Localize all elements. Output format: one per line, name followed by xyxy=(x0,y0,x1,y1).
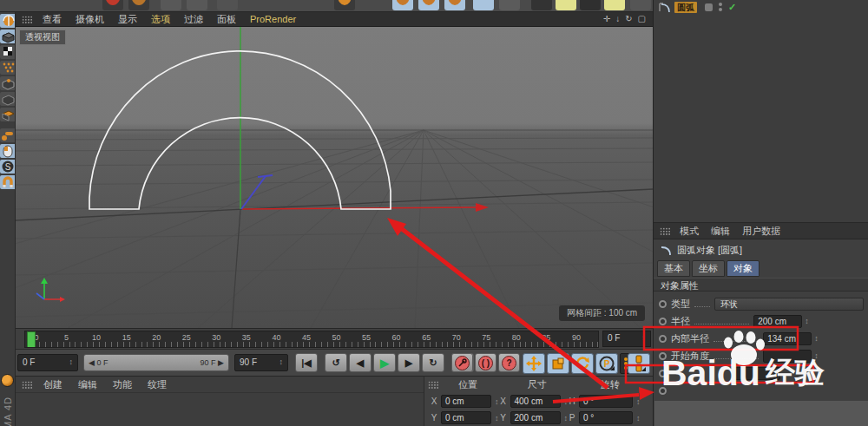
start-angle-input[interactable] xyxy=(763,350,812,363)
spinner-icon[interactable]: ↕ xyxy=(636,414,641,423)
start-frame-field[interactable]: 0 F↕ xyxy=(17,354,78,371)
model-mode-icon[interactable] xyxy=(0,29,15,43)
rotation-p-input[interactable]: 0 ° xyxy=(579,411,633,424)
scale-tool-button[interactable] xyxy=(547,353,569,374)
timeline-tick-label: 25 xyxy=(182,333,191,342)
toolbar-icon[interactable] xyxy=(630,0,651,10)
animation-radio-icon[interactable] xyxy=(659,370,667,377)
tab-basic[interactable]: 基本 xyxy=(657,260,690,277)
keyframe-selection-button[interactable]: ? xyxy=(498,353,520,372)
spinner-icon[interactable]: ↕ xyxy=(279,357,284,368)
menu-mode[interactable]: 模式 xyxy=(674,225,705,238)
playhead[interactable] xyxy=(27,331,36,348)
tab-object[interactable]: 对象 xyxy=(727,260,760,277)
menu-camera[interactable]: 摄像机 xyxy=(69,12,111,26)
animation-radio-icon[interactable] xyxy=(659,318,667,325)
joint-tool-icon[interactable] xyxy=(0,128,15,142)
snap-s-icon[interactable]: S xyxy=(0,160,15,174)
spinner-icon[interactable]: ↕ xyxy=(814,351,819,360)
menu-display[interactable]: 显示 xyxy=(111,12,144,26)
play-loop-button[interactable]: ↻ xyxy=(422,353,444,372)
menu-filter[interactable]: 过滤 xyxy=(177,12,210,26)
menu-options[interactable]: 选项 xyxy=(144,12,177,26)
axis-mode-icon[interactable] xyxy=(0,108,15,121)
object-name[interactable]: 圆弧 xyxy=(674,2,697,13)
position-y-input[interactable]: 0 cm xyxy=(441,411,491,424)
goto-start-button[interactable]: |◀ xyxy=(295,353,318,372)
visibility-dots-icon[interactable] xyxy=(719,3,722,11)
points-mode-icon[interactable] xyxy=(0,61,15,75)
menu-panel[interactable]: 面板 xyxy=(210,12,243,26)
enabled-check-icon[interactable]: ✓ xyxy=(728,2,736,12)
rotate-tool-button[interactable] xyxy=(571,353,594,374)
rotate-view-icon[interactable]: ↻ xyxy=(625,12,632,26)
timeline-ruler[interactable]: 051015202530354045505560657075808590 xyxy=(24,331,599,348)
spinner-icon[interactable]: ↕ xyxy=(636,397,641,406)
move-tool-button[interactable] xyxy=(523,353,545,374)
size-x-input[interactable]: 400 cm xyxy=(510,395,561,408)
toolbar-icon[interactable] xyxy=(531,0,552,10)
toolbar-icon[interactable] xyxy=(473,0,494,10)
menu-create[interactable]: 创建 xyxy=(36,378,70,391)
object-properties-header[interactable]: 对象属性 xyxy=(654,278,868,292)
rotation-h-input[interactable]: 0 ° xyxy=(579,395,633,408)
polygon-mode-icon[interactable] xyxy=(0,92,15,106)
spinner-icon[interactable]: ↕ xyxy=(814,334,819,343)
tab-coordinates[interactable]: 坐标 xyxy=(692,260,725,277)
menu-userdata[interactable]: 用户数据 xyxy=(736,225,786,238)
maximize-view-icon[interactable]: ▢ xyxy=(638,12,646,26)
mouse-input-icon[interactable] xyxy=(0,144,15,158)
magnet-snap-icon[interactable] xyxy=(0,175,15,189)
animation-radio-icon[interactable] xyxy=(659,352,667,360)
panel-grip-icon[interactable] xyxy=(428,381,439,389)
previous-frame-button[interactable]: ◀ xyxy=(349,353,372,372)
toolbar-icon[interactable] xyxy=(556,0,576,10)
toolbar-icon[interactable] xyxy=(580,0,601,10)
panel-grip-icon[interactable] xyxy=(22,16,33,23)
next-frame-button[interactable]: ▶ xyxy=(398,353,420,372)
panel-grip-icon[interactable] xyxy=(660,227,671,235)
frame-range-slider[interactable]: ◀ 0 F 90 F ▶ xyxy=(83,354,229,371)
record-keyframe-button[interactable] xyxy=(451,353,473,372)
end-frame-field[interactable]: 90 F↕ xyxy=(234,354,288,371)
layer-color-icon[interactable] xyxy=(705,3,713,11)
object-row-arc[interactable]: 圆弧 ✓ xyxy=(654,0,868,14)
spinner-icon[interactable]: ↕ xyxy=(805,317,809,325)
pan-view-icon[interactable]: ✛ xyxy=(603,12,610,26)
solo-mode-button[interactable] xyxy=(628,353,650,374)
toolbar-icon[interactable] xyxy=(604,0,625,10)
menu-edit[interactable]: 编辑 xyxy=(70,378,105,391)
make-editable-icon[interactable] xyxy=(0,14,15,28)
edge-mode-icon[interactable] xyxy=(0,76,15,90)
coordinate-system-button[interactable]: P xyxy=(595,353,618,374)
autokey-button[interactable]: ( ) xyxy=(475,353,496,372)
scene-3d xyxy=(16,27,653,328)
panel-grip-icon[interactable] xyxy=(22,381,33,389)
spinner-icon[interactable]: ↕ xyxy=(642,333,647,344)
menu-view[interactable]: 查看 xyxy=(36,12,69,26)
spinner-icon[interactable]: ↕ xyxy=(69,357,74,368)
menu-prorender[interactable]: ProRender xyxy=(243,12,303,26)
animation-radio-icon[interactable] xyxy=(659,335,667,343)
end-angle-input[interactable] xyxy=(732,367,780,380)
inner-radius-input[interactable]: 134 cm xyxy=(763,332,812,345)
current-frame-field[interactable]: 0 F↕ xyxy=(602,331,651,347)
menu-function[interactable]: 功能 xyxy=(105,378,140,391)
size-y-input[interactable]: 200 cm xyxy=(510,411,561,424)
texture-mode-icon[interactable] xyxy=(0,45,15,59)
zoom-view-icon[interactable]: ↓ xyxy=(615,12,620,26)
radius-input[interactable]: 200 cm xyxy=(753,315,802,328)
play-button[interactable]: ▶ xyxy=(373,353,396,372)
toolbar-icon[interactable] xyxy=(217,0,238,10)
menu-texture[interactable]: 纹理 xyxy=(140,378,174,391)
toolbar-icon[interactable] xyxy=(187,0,207,10)
animation-radio-icon[interactable] xyxy=(659,300,667,308)
menu-edit[interactable]: 编辑 xyxy=(705,225,736,238)
position-x-input[interactable]: 0 cm xyxy=(441,395,491,408)
animation-radio-icon[interactable] xyxy=(659,387,667,395)
toolbar-icon[interactable] xyxy=(499,0,520,10)
viewport-canvas[interactable]: 透视视图 网格间距 : 100 cm xyxy=(16,27,653,328)
toolbar-icon[interactable] xyxy=(161,0,181,10)
play-backwards-button[interactable]: ↺ xyxy=(325,353,347,372)
type-dropdown[interactable]: 环状 xyxy=(714,298,864,311)
